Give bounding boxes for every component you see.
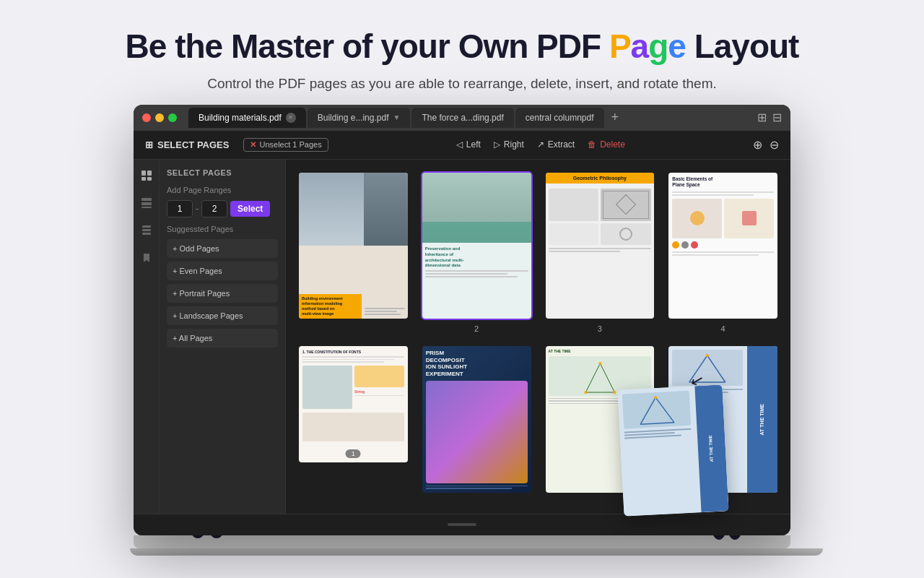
- svg-rect-33: [142, 233, 151, 235]
- extract-label: Extract: [548, 139, 575, 150]
- portrait-pages-button[interactable]: + Portrait Pages: [167, 284, 278, 303]
- tab-controls: ⊞ ⊟: [757, 111, 782, 124]
- main-title: Be the Master of your Own PDF Page Layou…: [14, 27, 910, 66]
- title-a: a: [631, 27, 649, 65]
- svg-rect-29: [141, 202, 152, 205]
- page-range-to[interactable]: [201, 200, 227, 217]
- landscape-pages-button[interactable]: + Landscape Pages: [167, 306, 278, 325]
- floating-card-inner: AT THE TIME: [618, 384, 729, 516]
- tab-building-materials[interactable]: Building materials.pdf ✕: [188, 108, 306, 128]
- page-card-5[interactable]: PRISMDECOMPOSITION SUNLIGHTEXPERIMENT: [421, 345, 533, 493]
- tab-building-e[interactable]: Building e...ing.pdf ▼: [308, 108, 411, 128]
- extract-button[interactable]: ↗ Extract: [537, 139, 575, 150]
- svg-point-44: [706, 354, 709, 357]
- toolbar: ⊞ SELECT PAGES ✕ Unselect 1 Pages ◁ Left…: [134, 131, 790, 160]
- sidebar-icon-bookmark[interactable]: [138, 249, 155, 267]
- all-pages-button[interactable]: + All Pages: [167, 329, 278, 348]
- toolbar-right: ⊕ ⊖: [753, 138, 779, 152]
- layout-icon[interactable]: ⊞: [757, 111, 767, 124]
- delete-icon: 🗑: [588, 139, 596, 150]
- page-thumb-arch: Building environmentinformation modeling…: [297, 171, 409, 333]
- title-bar: Building materials.pdf ✕ Building e...in…: [134, 105, 790, 131]
- svg-line-41: [707, 355, 725, 382]
- tab-label: central columnpdf: [526, 113, 594, 123]
- even-pages-button[interactable]: + Even Pages: [167, 262, 278, 280]
- odd-pages-button[interactable]: + Odd Pages: [167, 239, 278, 258]
- unselect-button[interactable]: ✕ Unselect 1 Pages: [243, 138, 328, 152]
- unselect-label: Unselect 1 Pages: [259, 140, 321, 149]
- svg-rect-30: [141, 207, 152, 208]
- close-button[interactable]: [142, 113, 151, 122]
- svg-line-34: [585, 363, 600, 392]
- maximize-button[interactable]: [168, 113, 177, 122]
- bottom-bar: [134, 514, 790, 535]
- sidebar-icon-pages[interactable]: [138, 167, 155, 184]
- tab-add-button[interactable]: +: [606, 110, 625, 125]
- page-number-3: 3: [598, 324, 602, 333]
- extract-icon: ↗: [537, 139, 544, 150]
- laptop-base-bottom: [130, 548, 823, 556]
- right-icon: ▷: [494, 139, 500, 150]
- left-button[interactable]: ◁ Left: [456, 139, 481, 150]
- svg-point-39: [613, 391, 616, 394]
- page-range-from[interactable]: [167, 200, 193, 217]
- tab-force[interactable]: The force a...ding.pdf: [411, 108, 513, 128]
- x-icon: ✕: [250, 140, 256, 150]
- minimize-button[interactable]: [155, 113, 164, 122]
- page-thumb-1: 1. THE CONSTITUTION OF FONTS: [297, 345, 409, 493]
- tab-label: The force a...ding.pdf: [422, 113, 503, 123]
- page-card-2[interactable]: Preservation andInheritance ofarchitectu…: [421, 171, 533, 320]
- page-thumb-3: Geometric Philosophy: [544, 171, 656, 333]
- tab-close-icon[interactable]: ✕: [286, 113, 296, 123]
- page-number-4: 4: [721, 324, 725, 333]
- scroll-indicator: [448, 523, 476, 526]
- tab-label: Building e...ing.pdf: [318, 113, 389, 123]
- title-p: P: [609, 27, 631, 65]
- page-thumb-4: Basic Elements ofPlane Space: [667, 171, 779, 333]
- svg-rect-26: [141, 177, 146, 181]
- tab-central[interactable]: central columnpdf: [515, 108, 604, 128]
- svg-rect-24: [141, 171, 146, 176]
- svg-point-38: [584, 391, 587, 394]
- header: Be the Master of your Own PDF Page Layou…: [0, 0, 924, 105]
- select-panel: SELECT PAGES Add Page Ranges - Select Su…: [160, 160, 286, 514]
- floating-preview-container: ↙ AT THE TIME: [621, 387, 725, 514]
- page-card-3[interactable]: Geometric Philosophy: [544, 171, 656, 320]
- sidebar-icons: [134, 160, 160, 514]
- zoom-out-icon[interactable]: ⊖: [770, 138, 779, 152]
- svg-line-46: [655, 397, 674, 423]
- sidebar-toggle-icon[interactable]: ⊟: [772, 111, 782, 124]
- right-label: Right: [504, 139, 524, 150]
- title-e: e: [668, 27, 686, 65]
- svg-point-37: [598, 362, 601, 365]
- panel-title: SELECT PAGES: [167, 168, 278, 177]
- page-card-4[interactable]: Basic Elements ofPlane Space: [667, 171, 779, 320]
- page-card-arch[interactable]: Building environmentinformation modeling…: [297, 171, 409, 320]
- zoom-in-icon[interactable]: ⊕: [753, 138, 762, 152]
- add-page-ranges-label: Add Page Ranges: [167, 186, 278, 194]
- page-card-1[interactable]: 1. THE CONSTITUTION OF FONTS: [297, 345, 409, 464]
- title-g: g: [648, 27, 668, 65]
- svg-rect-27: [147, 177, 152, 181]
- title-part2: Layout: [686, 27, 799, 65]
- svg-rect-32: [142, 229, 151, 231]
- tab-bar: Building materials.pdf ✕ Building e...in…: [188, 108, 757, 128]
- select-pages-text: SELECT PAGES: [157, 139, 229, 150]
- svg-line-47: [640, 423, 674, 424]
- delete-button[interactable]: 🗑 Delete: [588, 139, 625, 150]
- svg-rect-31: [142, 225, 151, 228]
- select-button[interactable]: Select: [230, 201, 270, 217]
- suggested-pages-title: Suggessted Pages: [167, 225, 278, 233]
- page-thumb-5: PRISMDECOMPOSITION SUNLIGHTEXPERIMENT: [421, 345, 533, 493]
- svg-rect-28: [141, 198, 152, 201]
- page-range-row: - Select: [167, 200, 278, 217]
- tab-arrow-icon: ▼: [393, 113, 400, 121]
- toolbar-center: ◁ Left ▷ Right ↗ Extract 🗑 Delete: [343, 139, 738, 150]
- sidebar-icon-thumbnail[interactable]: [138, 194, 155, 212]
- left-label: Left: [466, 139, 481, 150]
- range-separator: -: [196, 204, 199, 214]
- right-button[interactable]: ▷ Right: [494, 139, 524, 150]
- traffic-lights: [142, 113, 177, 122]
- sidebar-icon-layers[interactable]: [138, 222, 155, 239]
- page-number-2: 2: [474, 324, 479, 333]
